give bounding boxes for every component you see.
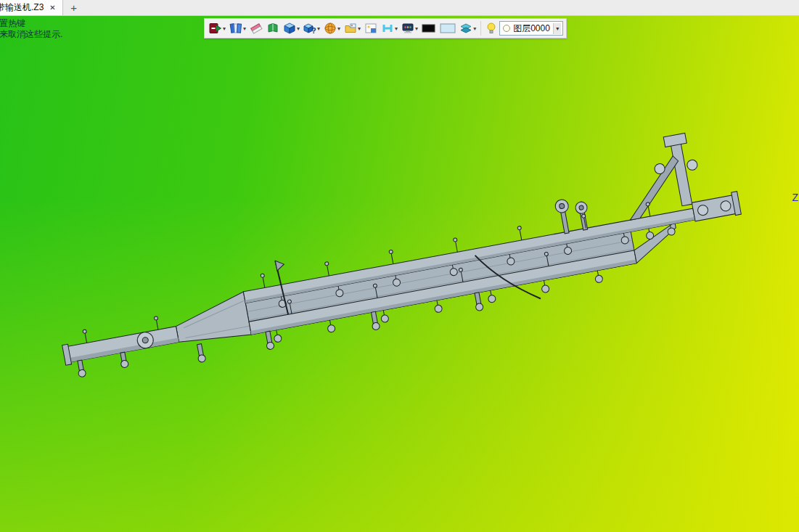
tab-bar: 带输送机.Z3 ✕ + [0, 0, 799, 16]
cad-application-window: 带输送机.Z3 ✕ + 设置热键 钮来取消这些提示. ▾ ▾ [0, 0, 799, 532]
document-tab[interactable]: 带输送机.Z3 ✕ [0, 0, 63, 15]
document-tab-label: 带输送机.Z3 [0, 1, 44, 14]
axis-z-label: Z [792, 192, 798, 203]
main-viewport[interactable]: 设置热键 钮来取消这些提示. ▾ ▾ ▾ [0, 16, 799, 532]
close-icon[interactable]: ✕ [49, 4, 56, 12]
new-tab-button[interactable]: + [63, 0, 85, 15]
conveyor-3d-model[interactable] [0, 16, 799, 532]
